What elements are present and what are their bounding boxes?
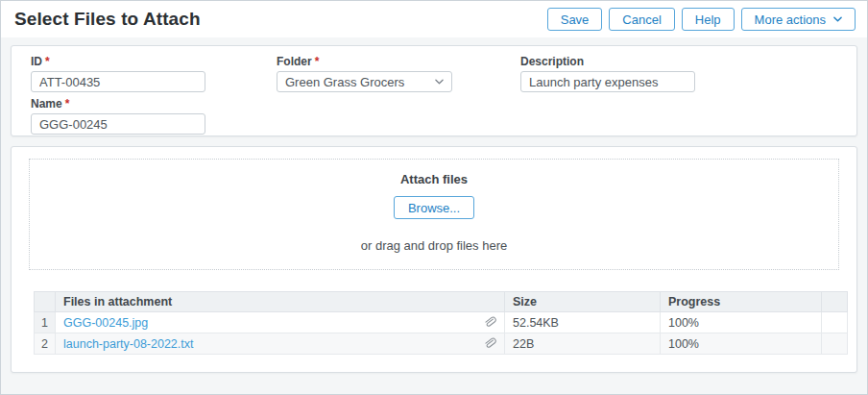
file-progress: 100% [661, 312, 822, 333]
row-number: 2 [35, 333, 56, 355]
content-area: ID* Folder* Green Grass Grocers Descript… [1, 37, 867, 395]
empty-cell [822, 333, 848, 355]
form-row-1: ID* Folder* Green Grass Grocers Descript… [31, 55, 839, 92]
header-bar: Select Files to Attach Save Cancel Help … [1, 1, 867, 37]
id-label: ID* [31, 55, 205, 68]
file-link[interactable]: launch-party-08-2022.txt [63, 337, 194, 351]
browse-button[interactable]: Browse... [394, 196, 474, 219]
table-header-row: Files in attachment Size Progress [35, 292, 848, 312]
required-asterisk: * [65, 97, 70, 111]
attach-files-panel: Attach files Browse... or drag and drop … [11, 146, 857, 373]
empty-column-header [822, 292, 848, 312]
folder-label: Folder* [277, 55, 452, 68]
folder-select[interactable]: Green Grass Grocers [277, 71, 452, 92]
cancel-button[interactable]: Cancel [609, 8, 674, 31]
help-button[interactable]: Help [682, 8, 735, 31]
more-actions-button[interactable]: More actions [741, 8, 856, 31]
paperclip-icon [483, 316, 496, 330]
required-asterisk: * [315, 55, 320, 68]
file-link[interactable]: GGG-00245.jpg [63, 316, 148, 330]
chevron-down-icon [833, 16, 842, 22]
save-button[interactable]: Save [547, 8, 603, 31]
toolbar: Save Cancel Help More actions [547, 8, 856, 31]
name-field-group: Name* [31, 97, 205, 135]
folder-selected-value: Green Grass Grocers [285, 75, 404, 89]
file-size: 52.54KB [505, 312, 661, 333]
name-field[interactable] [31, 113, 205, 135]
form-row-2: Name* [31, 97, 839, 135]
row-number-column-header [35, 292, 56, 312]
description-field[interactable] [520, 71, 695, 92]
file-cell: GGG-00245.jpg [63, 316, 496, 330]
table-row[interactable]: 1 GGG-00245.jpg 52.54KB 100% [35, 312, 848, 333]
file-progress: 100% [661, 333, 822, 355]
file-cell: launch-party-08-2022.txt [63, 337, 496, 351]
table-row[interactable]: 2 launch-party-08-2022.txt 22B 100% [35, 333, 848, 355]
drag-drop-hint: or drag and drop files here [30, 238, 838, 253]
id-field-group: ID* [31, 55, 205, 92]
page-title: Select Files to Attach [14, 9, 201, 30]
progress-column-header: Progress [661, 292, 822, 312]
files-in-attachment-table: Files in attachment Size Progress 1 GGG-… [34, 291, 848, 355]
details-form-panel: ID* Folder* Green Grass Grocers Descript… [11, 45, 857, 136]
attach-files-heading: Attach files [30, 172, 838, 186]
folder-field-group: Folder* Green Grass Grocers [277, 55, 452, 92]
files-column-header: Files in attachment [56, 292, 505, 312]
name-label: Name* [31, 97, 205, 111]
id-field[interactable] [31, 71, 205, 92]
file-dropzone[interactable]: Attach files Browse... or drag and drop … [29, 159, 839, 270]
description-label: Description [520, 55, 695, 68]
row-number: 1 [35, 312, 56, 333]
select-files-window: { "page": { "title": "Select Files to At… [0, 0, 868, 395]
chevron-down-icon [435, 79, 444, 85]
required-asterisk: * [45, 55, 50, 68]
paperclip-icon [483, 337, 496, 351]
description-field-group: Description [520, 55, 695, 92]
size-column-header: Size [505, 292, 661, 312]
empty-cell [822, 312, 848, 333]
more-actions-label: More actions [755, 12, 826, 27]
file-size: 22B [505, 333, 661, 355]
